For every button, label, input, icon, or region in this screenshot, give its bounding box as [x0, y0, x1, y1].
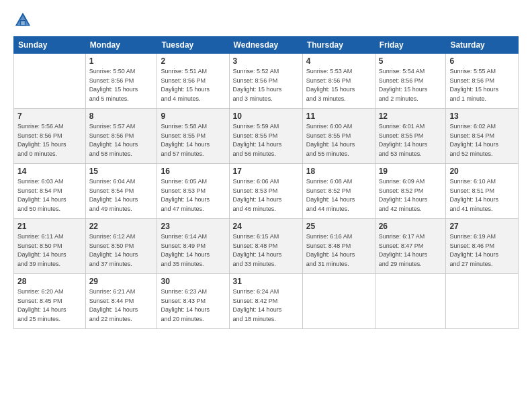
- calendar-cell: 1Sunrise: 5:50 AM Sunset: 8:56 PM Daylig…: [85, 54, 157, 109]
- day-number: 31: [233, 277, 299, 286]
- calendar-cell: 18Sunrise: 6:08 AM Sunset: 8:52 PM Dayli…: [302, 164, 375, 219]
- day-number: 28: [17, 277, 82, 286]
- day-info: Sunrise: 6:16 AM Sunset: 8:48 PM Dayligh…: [306, 232, 371, 269]
- calendar-cell: 14Sunrise: 6:03 AM Sunset: 8:54 PM Dayli…: [14, 164, 86, 219]
- calendar-cell: 8Sunrise: 5:57 AM Sunset: 8:56 PM Daylig…: [85, 109, 157, 164]
- day-info: Sunrise: 5:58 AM Sunset: 8:55 PM Dayligh…: [161, 122, 225, 158]
- day-number: 7: [17, 111, 82, 121]
- calendar-cell: 5Sunrise: 5:54 AM Sunset: 8:56 PM Daylig…: [375, 54, 446, 109]
- day-number: 20: [449, 167, 515, 176]
- calendar-cell: 3Sunrise: 5:52 AM Sunset: 8:56 PM Daylig…: [229, 54, 302, 109]
- day-info: Sunrise: 6:14 AM Sunset: 8:49 PM Dayligh…: [161, 232, 225, 269]
- calendar-cell: 20Sunrise: 6:10 AM Sunset: 8:51 PM Dayli…: [446, 164, 519, 219]
- day-of-week-saturday: Saturday: [446, 37, 519, 54]
- day-number: 13: [449, 111, 515, 121]
- header: [13, 11, 519, 30]
- day-number: 9: [161, 111, 225, 121]
- day-info: Sunrise: 6:03 AM Sunset: 8:54 PM Dayligh…: [17, 177, 82, 214]
- day-number: 5: [379, 56, 443, 66]
- calendar-cell: [446, 274, 519, 329]
- day-number: 17: [233, 167, 299, 176]
- day-number: 27: [449, 222, 515, 231]
- calendar-cell: 31Sunrise: 6:24 AM Sunset: 8:42 PM Dayli…: [229, 274, 302, 329]
- day-of-week-friday: Friday: [375, 37, 446, 54]
- day-number: 16: [161, 167, 225, 176]
- day-number: 24: [233, 222, 299, 231]
- calendar-cell: 7Sunrise: 5:56 AM Sunset: 8:56 PM Daylig…: [14, 109, 86, 164]
- day-info: Sunrise: 6:01 AM Sunset: 8:55 PM Dayligh…: [379, 122, 443, 158]
- logo: [13, 11, 35, 30]
- day-of-week-thursday: Thursday: [302, 37, 375, 54]
- calendar-cell: 16Sunrise: 6:05 AM Sunset: 8:53 PM Dayli…: [157, 164, 229, 219]
- day-number: 11: [306, 111, 371, 121]
- day-info: Sunrise: 6:15 AM Sunset: 8:48 PM Dayligh…: [233, 232, 299, 269]
- week-row-5: 28Sunrise: 6:20 AM Sunset: 8:45 PM Dayli…: [14, 274, 519, 329]
- day-number: 25: [306, 222, 371, 231]
- day-info: Sunrise: 5:53 AM Sunset: 8:56 PM Dayligh…: [306, 67, 371, 103]
- calendar-cell: 10Sunrise: 5:59 AM Sunset: 8:55 PM Dayli…: [229, 109, 302, 164]
- day-number: 21: [17, 222, 82, 231]
- day-info: Sunrise: 6:21 AM Sunset: 8:44 PM Dayligh…: [89, 287, 154, 324]
- day-of-week-monday: Monday: [85, 37, 157, 54]
- day-number: 26: [379, 222, 443, 231]
- day-number: 15: [89, 167, 154, 176]
- week-row-3: 14Sunrise: 6:03 AM Sunset: 8:54 PM Dayli…: [14, 164, 519, 219]
- svg-rect-3: [21, 21, 25, 25]
- day-number: 18: [306, 167, 371, 176]
- day-info: Sunrise: 5:51 AM Sunset: 8:56 PM Dayligh…: [161, 67, 225, 103]
- day-info: Sunrise: 6:00 AM Sunset: 8:55 PM Dayligh…: [306, 122, 371, 158]
- day-info: Sunrise: 6:24 AM Sunset: 8:42 PM Dayligh…: [233, 287, 299, 324]
- day-number: 3: [233, 56, 299, 66]
- day-number: 14: [17, 167, 82, 176]
- week-row-2: 7Sunrise: 5:56 AM Sunset: 8:56 PM Daylig…: [14, 109, 519, 164]
- day-info: Sunrise: 6:11 AM Sunset: 8:50 PM Dayligh…: [17, 232, 82, 269]
- day-info: Sunrise: 6:20 AM Sunset: 8:45 PM Dayligh…: [17, 287, 82, 324]
- page: SundayMondayTuesdayWednesdayThursdayFrid…: [0, 0, 532, 411]
- day-info: Sunrise: 6:23 AM Sunset: 8:43 PM Dayligh…: [161, 287, 225, 324]
- calendar-cell: 28Sunrise: 6:20 AM Sunset: 8:45 PM Dayli…: [14, 274, 86, 329]
- day-number: 1: [89, 56, 154, 66]
- calendar-cell: [375, 274, 446, 329]
- calendar-cell: 12Sunrise: 6:01 AM Sunset: 8:55 PM Dayli…: [375, 109, 446, 164]
- calendar-cell: 15Sunrise: 6:04 AM Sunset: 8:54 PM Dayli…: [85, 164, 157, 219]
- day-of-week-sunday: Sunday: [14, 37, 86, 54]
- calendar-cell: 4Sunrise: 5:53 AM Sunset: 8:56 PM Daylig…: [302, 54, 375, 109]
- day-number: 4: [306, 56, 371, 66]
- day-of-week-tuesday: Tuesday: [157, 37, 229, 54]
- day-info: Sunrise: 6:04 AM Sunset: 8:54 PM Dayligh…: [89, 177, 154, 214]
- day-number: 12: [379, 111, 443, 121]
- logo-icon: [13, 11, 32, 30]
- day-number: 10: [233, 111, 299, 121]
- calendar-cell: 23Sunrise: 6:14 AM Sunset: 8:49 PM Dayli…: [157, 219, 229, 274]
- calendar-cell: 9Sunrise: 5:58 AM Sunset: 8:55 PM Daylig…: [157, 109, 229, 164]
- week-row-4: 21Sunrise: 6:11 AM Sunset: 8:50 PM Dayli…: [14, 219, 519, 274]
- day-info: Sunrise: 6:06 AM Sunset: 8:53 PM Dayligh…: [233, 177, 299, 214]
- calendar-cell: 2Sunrise: 5:51 AM Sunset: 8:56 PM Daylig…: [157, 54, 229, 109]
- calendar-cell: 11Sunrise: 6:00 AM Sunset: 8:55 PM Dayli…: [302, 109, 375, 164]
- day-number: 6: [449, 56, 515, 66]
- calendar-cell: 30Sunrise: 6:23 AM Sunset: 8:43 PM Dayli…: [157, 274, 229, 329]
- calendar-cell: 27Sunrise: 6:19 AM Sunset: 8:46 PM Dayli…: [446, 219, 519, 274]
- day-info: Sunrise: 6:05 AM Sunset: 8:53 PM Dayligh…: [161, 177, 225, 214]
- day-number: 19: [379, 167, 443, 176]
- calendar-cell: 22Sunrise: 6:12 AM Sunset: 8:50 PM Dayli…: [85, 219, 157, 274]
- day-info: Sunrise: 6:19 AM Sunset: 8:46 PM Dayligh…: [449, 232, 515, 269]
- day-info: Sunrise: 6:17 AM Sunset: 8:47 PM Dayligh…: [379, 232, 443, 269]
- calendar-cell: 29Sunrise: 6:21 AM Sunset: 8:44 PM Dayli…: [85, 274, 157, 329]
- day-info: Sunrise: 5:52 AM Sunset: 8:56 PM Dayligh…: [233, 67, 299, 103]
- day-info: Sunrise: 6:12 AM Sunset: 8:50 PM Dayligh…: [89, 232, 154, 269]
- calendar-cell: [14, 54, 86, 109]
- calendar-cell: 13Sunrise: 6:02 AM Sunset: 8:54 PM Dayli…: [446, 109, 519, 164]
- calendar-cell: 17Sunrise: 6:06 AM Sunset: 8:53 PM Dayli…: [229, 164, 302, 219]
- day-info: Sunrise: 5:57 AM Sunset: 8:56 PM Dayligh…: [89, 122, 154, 158]
- calendar-cell: 19Sunrise: 6:09 AM Sunset: 8:52 PM Dayli…: [375, 164, 446, 219]
- day-info: Sunrise: 5:59 AM Sunset: 8:55 PM Dayligh…: [233, 122, 299, 158]
- day-info: Sunrise: 6:02 AM Sunset: 8:54 PM Dayligh…: [449, 122, 515, 158]
- day-info: Sunrise: 5:54 AM Sunset: 8:56 PM Dayligh…: [379, 67, 443, 103]
- day-info: Sunrise: 6:10 AM Sunset: 8:51 PM Dayligh…: [449, 177, 515, 214]
- day-info: Sunrise: 5:56 AM Sunset: 8:56 PM Dayligh…: [17, 122, 82, 158]
- calendar-cell: 25Sunrise: 6:16 AM Sunset: 8:48 PM Dayli…: [302, 219, 375, 274]
- week-row-1: 1Sunrise: 5:50 AM Sunset: 8:56 PM Daylig…: [14, 54, 519, 109]
- day-number: 29: [89, 277, 154, 286]
- day-info: Sunrise: 6:09 AM Sunset: 8:52 PM Dayligh…: [379, 177, 443, 214]
